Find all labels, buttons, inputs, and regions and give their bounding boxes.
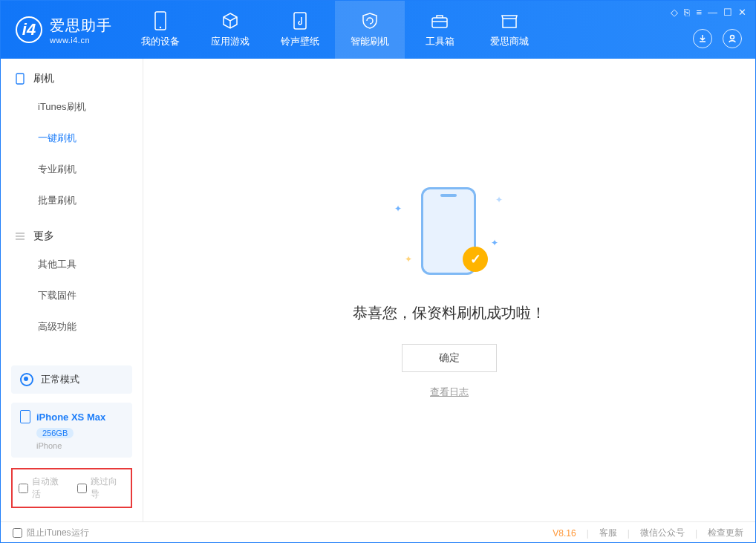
options-row: 自动激活 跳过向导	[11, 468, 132, 508]
nav-toolbox[interactable]: 工具箱	[405, 1, 475, 59]
nav-label: 爱思商城	[490, 35, 529, 48]
mode-label: 正常模式	[41, 373, 79, 386]
svg-rect-6	[16, 74, 24, 84]
wechat-link[interactable]: 微信公众号	[640, 527, 685, 539]
app-header: i4 爱思助手 www.i4.cn 我的设备 应用游戏 铃声壁纸 智能刷机 工具…	[1, 1, 755, 59]
nav-label: 我的设备	[141, 35, 180, 48]
phone-icon	[14, 73, 26, 85]
device-icon	[151, 11, 170, 30]
header-actions	[693, 29, 742, 48]
main-content: ✦ ✦ ✦ ✦ ✓ 恭喜您，保资料刷机成功啦！ 确定 查看日志	[143, 59, 755, 521]
nav-my-device[interactable]: 我的设备	[126, 1, 195, 59]
store-icon	[500, 11, 519, 30]
sidebar-header-flash: 刷机	[1, 72, 143, 91]
device-capacity: 256GB	[36, 428, 74, 438]
divider: |	[695, 528, 697, 539]
sparkle-icon: ✦	[405, 254, 412, 264]
ok-button[interactable]: 确定	[402, 344, 497, 372]
nav-apps-games[interactable]: 应用游戏	[195, 1, 265, 59]
nav-label: 工具箱	[426, 35, 454, 48]
lock-icon[interactable]: ⎘	[684, 7, 690, 18]
sidebar-item-batch-flash[interactable]: 批量刷机	[1, 185, 143, 216]
sidebar-title: 更多	[33, 230, 54, 243]
sidebar-item-oneclick-flash[interactable]: 一键刷机	[1, 123, 143, 154]
logo-area: i4 爱思助手 www.i4.cn	[1, 16, 126, 45]
svg-point-5	[731, 36, 734, 39]
nav-tabs: 我的设备 应用游戏 铃声壁纸 智能刷机 工具箱 爱思商城	[126, 1, 544, 59]
block-itunes-checkbox[interactable]: 阻止iTunes运行	[13, 527, 89, 539]
menu-icon[interactable]: ≡	[696, 7, 702, 18]
svg-rect-3	[432, 18, 447, 27]
sidebar-item-pro-flash[interactable]: 专业刷机	[1, 154, 143, 185]
user-button[interactable]	[723, 29, 742, 48]
logo-text: 爱思助手 www.i4.cn	[50, 16, 112, 45]
nav-label: 智能刷机	[351, 35, 389, 48]
checkbox-label: 阻止iTunes运行	[27, 527, 89, 539]
success-title: 恭喜您，保资料刷机成功啦！	[353, 303, 546, 323]
sparkle-icon: ✦	[495, 195, 503, 205]
sidebar-item-advanced[interactable]: 高级功能	[1, 311, 143, 342]
success-illustration: ✦ ✦ ✦ ✦ ✓	[390, 181, 509, 285]
toolbox-icon	[430, 11, 449, 30]
customer-service-link[interactable]: 客服	[599, 527, 617, 539]
shirt-icon[interactable]: ◇	[671, 7, 678, 18]
sparkle-icon: ✦	[394, 204, 402, 214]
checkbox-label: 跳过向导	[91, 475, 126, 501]
sidebar-header-more: 更多	[1, 230, 143, 249]
svg-point-1	[160, 27, 161, 28]
sidebar-item-other-tools[interactable]: 其他工具	[1, 249, 143, 280]
device-icon	[20, 410, 30, 423]
mode-icon	[20, 373, 33, 386]
version-label: V8.16	[553, 528, 576, 539]
nav-label: 铃声壁纸	[281, 35, 319, 48]
auto-activate-checkbox[interactable]: 自动激活	[19, 475, 67, 501]
sidebar-section-more: 更多 其他工具 下载固件 高级功能	[1, 216, 143, 342]
sidebar-section-flash: 刷机 iTunes刷机 一键刷机 专业刷机 批量刷机	[1, 59, 143, 216]
view-log-link[interactable]: 查看日志	[430, 386, 469, 399]
app-url: www.i4.cn	[50, 36, 112, 45]
nav-ringtones-wallpapers[interactable]: 铃声壁纸	[265, 1, 335, 59]
mode-box[interactable]: 正常模式	[11, 365, 132, 394]
device-box[interactable]: iPhone XS Max 256GB iPhone	[11, 403, 132, 458]
svg-rect-2	[294, 13, 306, 29]
cube-icon	[221, 11, 240, 30]
sidebar-item-download-firmware[interactable]: 下载固件	[1, 280, 143, 311]
close-icon[interactable]: ✕	[738, 7, 746, 18]
sidebar-item-itunes-flash[interactable]: iTunes刷机	[1, 91, 143, 123]
sidebar: 刷机 iTunes刷机 一键刷机 专业刷机 批量刷机 更多 其他工具 下载固件 …	[1, 59, 143, 521]
device-type: iPhone	[36, 441, 123, 450]
minimize-icon[interactable]: —	[708, 7, 717, 18]
footer: 阻止iTunes运行 V8.16 | 客服 | 微信公众号 | 检查更新	[1, 521, 755, 543]
app-name: 爱思助手	[50, 16, 112, 36]
app-logo-icon: i4	[16, 16, 42, 43]
success-check-icon: ✓	[463, 247, 488, 272]
nav-smart-flash[interactable]: 智能刷机	[335, 1, 405, 59]
checkbox-label: 自动激活	[32, 475, 67, 501]
divider: |	[628, 528, 630, 539]
divider: |	[587, 528, 589, 539]
check-update-link[interactable]: 检查更新	[708, 527, 743, 539]
list-icon	[14, 230, 26, 242]
device-name: iPhone XS Max	[36, 412, 105, 423]
sidebar-title: 刷机	[33, 72, 54, 85]
download-button[interactable]	[693, 29, 712, 48]
window-controls: ◇ ⎘ ≡ — ☐ ✕	[671, 7, 746, 18]
music-file-icon	[290, 11, 310, 30]
nav-label: 应用游戏	[211, 35, 250, 48]
maximize-icon[interactable]: ☐	[723, 7, 732, 18]
nav-store[interactable]: 爱思商城	[475, 1, 544, 59]
shield-refresh-icon	[360, 11, 379, 30]
sparkle-icon: ✦	[491, 238, 498, 248]
body: 刷机 iTunes刷机 一键刷机 专业刷机 批量刷机 更多 其他工具 下载固件 …	[1, 59, 755, 521]
skip-guide-checkbox[interactable]: 跳过向导	[77, 475, 126, 501]
device-name-row: iPhone XS Max	[20, 410, 123, 423]
